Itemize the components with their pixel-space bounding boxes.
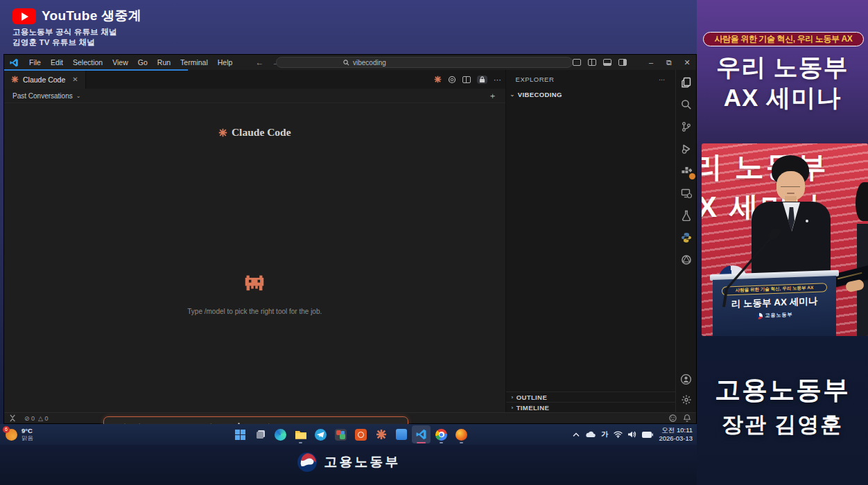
screen: YouTube 생중계 고용노동부 공식 유튜브 채널 김영훈 TV 유튜브 채… (0, 0, 868, 485)
claude-starburst-icon (218, 128, 227, 137)
taskbar-app-edge[interactable] (271, 425, 290, 443)
tab-bar: Claude Code ✕ ⋯ (4, 70, 505, 89)
taskbar-app-chrome[interactable] (432, 425, 451, 443)
menu-terminal[interactable]: Terminal (175, 58, 213, 67)
sidebar-section-timeline[interactable]: › TIMELINE (506, 402, 676, 412)
second-person-head (856, 182, 868, 221)
secondary-sidebar-icon[interactable] (618, 59, 627, 66)
close-button[interactable]: ✕ (678, 58, 696, 67)
mouth (787, 193, 795, 194)
ministry-logo-icon (297, 452, 318, 473)
tray-date: 2026-03-13 (659, 434, 693, 443)
claude-icon (11, 76, 19, 83)
seminar-title-line2: AX 세미나 (697, 82, 868, 114)
taskbar-app-ubuntu[interactable] (351, 425, 370, 443)
onedrive-cloud-icon[interactable] (585, 431, 596, 438)
more-actions-icon[interactable]: ⋯ (494, 76, 501, 84)
taskbar-app-snipping-tool[interactable] (331, 425, 350, 443)
remote-explorer-icon[interactable] (679, 186, 693, 200)
explorer-more-icon[interactable]: ⋯ (659, 76, 666, 83)
taskbar-app-file-explorer[interactable] (291, 425, 310, 443)
back-arrow-icon[interactable]: ← (255, 58, 263, 67)
split-editor-action-icon[interactable] (462, 76, 471, 83)
restore-button[interactable]: ⧉ (660, 58, 678, 67)
taskbar-app-vscode[interactable] (412, 425, 431, 443)
remote-indicator-icon[interactable] (10, 414, 17, 422)
tray-time: 오전 10:11 (659, 426, 693, 434)
battery-icon[interactable] (642, 432, 653, 438)
stream-title: YouTube 생중계 (42, 7, 141, 25)
feedback-smiley-icon[interactable] (669, 414, 677, 422)
weather-temp: 9°C (21, 427, 33, 434)
system-tray: 가 오전 10:11 2026-03-13 (573, 426, 693, 443)
taskbar-app-start[interactable] (231, 425, 250, 443)
settings-gear-icon[interactable] (679, 393, 693, 407)
new-conversation-button[interactable]: ＋ (489, 90, 497, 102)
explorer-header: EXPLORER (516, 76, 555, 83)
search-icon[interactable] (679, 98, 693, 112)
testing-icon[interactable] (679, 209, 693, 222)
toggle-panel-icon[interactable] (603, 59, 611, 66)
wifi-icon[interactable] (614, 431, 623, 438)
microphone-icon (706, 225, 796, 308)
menu-go[interactable]: Go (133, 58, 153, 67)
openai-icon[interactable] (679, 253, 693, 267)
explorer-sidebar: EXPLORER ⋯ ⌄ VIBECODING › OUTLINE › TIME… (506, 70, 676, 412)
taskbar-app-claude[interactable] (372, 425, 390, 443)
ministry-logo-icon (756, 312, 763, 319)
menu-selection[interactable]: Selection (68, 58, 107, 67)
tab-close-icon[interactable]: ✕ (72, 76, 78, 83)
taskbar-app-store[interactable] (392, 425, 410, 443)
activity-bar (675, 70, 696, 412)
menu-edit[interactable]: Edit (46, 58, 68, 67)
minimize-button[interactable]: – (642, 58, 660, 67)
run-debug-icon[interactable] (679, 142, 693, 156)
split-editor-icon[interactable] (588, 59, 596, 66)
claude-heading: Claude Code (4, 126, 505, 139)
source-control-icon[interactable] (679, 120, 693, 134)
sidebar-folder-vibecoding[interactable]: ⌄ VIBECODING (506, 88, 676, 100)
account-icon[interactable] (679, 372, 693, 386)
volume-icon[interactable] (628, 431, 636, 438)
tray-chevron-icon[interactable] (573, 432, 580, 437)
backdrop-text-line1: 리 노동부 (702, 148, 828, 186)
taskbar-app-firefox[interactable] (452, 425, 471, 443)
stream-header: YouTube 생중계 (12, 7, 141, 25)
chevron-down-icon: ⌄ (76, 93, 81, 99)
lock-icon[interactable] (477, 76, 487, 84)
clock[interactable]: 오전 10:11 2026-03-13 (659, 426, 693, 443)
menu-run[interactable]: Run (153, 58, 175, 67)
past-conversations-dropdown[interactable]: Past Conversations ⌄ ＋ (4, 89, 505, 103)
vscode-window: File Edit Selection View Go Run Terminal… (3, 54, 697, 424)
menu-file[interactable]: File (24, 58, 46, 67)
taskbar-app-telegram[interactable] (311, 425, 330, 443)
command-search-input[interactable]: vibecoding (276, 57, 573, 68)
tab-claude-code[interactable]: Claude Code ✕ (4, 70, 86, 89)
python-icon[interactable] (679, 231, 693, 245)
ime-indicator[interactable]: 가 (601, 430, 608, 439)
tab-label: Claude Code (23, 76, 65, 84)
menu-help[interactable]: Help (213, 58, 238, 67)
footer-brand: 고용노동부 (0, 452, 697, 473)
taskbar-app-task-view[interactable] (251, 425, 270, 443)
explorer-icon[interactable] (679, 76, 693, 89)
problems-indicator[interactable]: ⊘ 0 △ 0 (24, 415, 49, 422)
channel-line-1: 고용노동부 공식 유튜브 채널 (12, 27, 117, 37)
footer-ministry-name: 고용노동부 (324, 453, 401, 471)
weather-widget[interactable]: 6 9°C 맑음 (0, 427, 33, 441)
customize-layout-icon[interactable] (573, 59, 581, 66)
menu-view[interactable]: View (107, 58, 133, 67)
notifications-bell-icon[interactable] (684, 414, 691, 422)
past-conversations-label: Past Conversations (12, 92, 73, 100)
openai-action-icon[interactable] (448, 76, 456, 84)
channel-line-2: 김영훈 TV 유튜브 채널 (12, 37, 95, 48)
glasses (781, 183, 800, 187)
ministry-name-overlay: 고용노동부 (697, 373, 868, 407)
minister-name-overlay: 장관 김영훈 (697, 410, 868, 439)
broadcast-side-panel: 사람을 위한 기술 혁신, 우리 노동부 AX 우리 노동부 AX 세미나 리 … (697, 0, 868, 485)
weather-badge: 6 (3, 426, 10, 433)
sidebar-section-outline[interactable]: › OUTLINE (506, 391, 676, 402)
claude-action-icon[interactable] (434, 76, 442, 83)
extensions-icon[interactable] (679, 164, 693, 178)
windows-taskbar: 6 9°C 맑음 (0, 424, 697, 445)
